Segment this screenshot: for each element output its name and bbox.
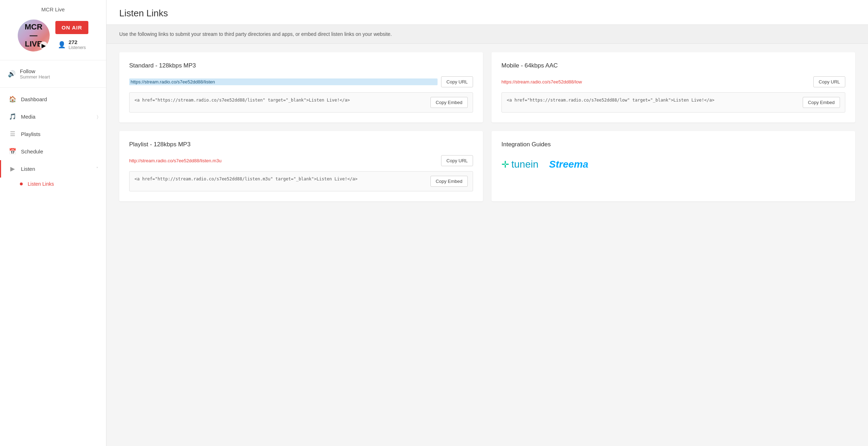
avatar[interactable]: MCR—LIVE ▶ <box>18 20 50 51</box>
copy-url-playlist[interactable]: Copy URL <box>441 155 473 166</box>
card-title-mobile: Mobile - 64kbps AAC <box>501 62 845 69</box>
copy-embed-playlist[interactable]: Copy Embed <box>430 176 468 187</box>
copy-url-mobile[interactable]: Copy URL <box>813 76 845 87</box>
sub-label-listen-links: Listen Links <box>28 181 54 187</box>
streema-text: Streema <box>549 159 588 170</box>
main-nav: 🏠 Dashboard 🎵 Media 〉 ☰ Playlists 📅 Sche… <box>0 91 106 190</box>
card-playlist-mp3: Playlist - 128kbps MP3 http://stream.rad… <box>119 131 483 201</box>
card-title-standard: Standard - 128kbps MP3 <box>129 62 473 69</box>
follow-icon: 🔊 <box>8 70 16 78</box>
follow-sub: Summer Heart <box>20 74 50 80</box>
url-standard[interactable]: https://stream.radio.co/s7ee52dd88/liste… <box>129 78 438 85</box>
sidebar-follow[interactable]: 🔊 Follow Summer Heart <box>0 63 106 85</box>
listeners-count: 272 <box>68 39 86 45</box>
nav-label-listen: Listen <box>21 166 35 172</box>
nav-label-media: Media <box>21 114 35 120</box>
url-row-mobile: https://stream.radio.co/s7ee52dd88/low C… <box>501 76 845 87</box>
info-text: Use the following links to submit your s… <box>119 31 392 37</box>
nav-item-dashboard[interactable]: 🏠 Dashboard <box>0 91 106 108</box>
copy-url-standard[interactable]: Copy URL <box>441 76 473 87</box>
listen-icon: ▶ <box>9 165 16 173</box>
tunein-logo[interactable]: ✛ tunein <box>501 159 538 170</box>
main-content: Listen Links Use the following links to … <box>106 0 868 446</box>
home-icon: 🏠 <box>9 96 16 103</box>
embed-box-playlist: <a href="http://stream.radio.co/s7ee52dd… <box>129 171 473 191</box>
page-header: Listen Links <box>106 0 868 25</box>
url-playlist[interactable]: http://stream.radio.co/s7ee52dd88/listen… <box>129 158 438 163</box>
info-banner: Use the following links to submit your s… <box>106 25 868 44</box>
schedule-icon: 📅 <box>9 148 16 155</box>
embed-code-standard: <a href="https://stream.radio.co/s7ee52d… <box>134 97 427 103</box>
nav-item-playlists[interactable]: ☰ Playlists <box>0 125 106 143</box>
play-overlay[interactable]: ▶ <box>40 42 48 49</box>
listen-arrow: ˅ <box>96 167 98 172</box>
listeners-label: Listeners <box>68 45 86 50</box>
card-title-integration: Integration Guides <box>501 141 845 148</box>
music-icon: 🎵 <box>9 113 16 120</box>
on-air-button[interactable]: ON AIR <box>55 21 89 34</box>
active-dot <box>20 183 23 185</box>
avatar-area: MCR—LIVE ▶ ON AIR 👤 272 Listeners <box>0 16 106 57</box>
nav-item-listen[interactable]: ▶ Listen ˅ <box>0 160 106 178</box>
url-mobile[interactable]: https://stream.radio.co/s7ee52dd88/low <box>501 79 810 85</box>
page-title: Listen Links <box>119 8 855 19</box>
url-row-standard: https://stream.radio.co/s7ee52dd88/liste… <box>129 76 473 87</box>
nav-label-schedule: Schedule <box>21 148 43 154</box>
card-integration-guides: Integration Guides ✛ tunein Streema <box>491 131 855 201</box>
cards-grid: Standard - 128kbps MP3 https://stream.ra… <box>106 44 868 210</box>
sidebar: MCR Live MCR—LIVE ▶ ON AIR 👤 272 Listene… <box>0 0 106 446</box>
streema-logo[interactable]: Streema <box>549 159 588 170</box>
copy-embed-standard[interactable]: Copy Embed <box>430 97 468 108</box>
nav-item-schedule[interactable]: 📅 Schedule <box>0 143 106 160</box>
listener-icon: 👤 <box>58 41 66 49</box>
tunein-icon: ✛ <box>501 159 509 170</box>
nav-label-playlists: Playlists <box>21 131 40 137</box>
card-standard-mp3: Standard - 128kbps MP3 https://stream.ra… <box>119 52 483 123</box>
card-mobile-aac: Mobile - 64kbps AAC https://stream.radio… <box>491 52 855 123</box>
station-name: MCR Live <box>0 0 106 16</box>
url-row-playlist: http://stream.radio.co/s7ee52dd88/listen… <box>129 155 473 166</box>
follow-label: Follow <box>20 68 50 74</box>
embed-box-mobile: <a href="https://stream.radio.co/s7ee52d… <box>501 92 845 113</box>
integration-logos: ✛ tunein Streema <box>501 155 845 170</box>
nav-item-media[interactable]: 🎵 Media 〉 <box>0 108 106 125</box>
copy-embed-mobile[interactable]: Copy Embed <box>803 97 840 108</box>
playlists-icon: ☰ <box>9 130 16 138</box>
listeners-area: 👤 272 Listeners <box>58 39 86 50</box>
nav-label-dashboard: Dashboard <box>21 96 47 102</box>
card-title-playlist: Playlist - 128kbps MP3 <box>129 141 473 148</box>
divider-1 <box>0 60 106 60</box>
nav-sub-listen-links[interactable]: Listen Links <box>0 178 106 190</box>
embed-code-playlist: <a href="http://stream.radio.co/s7ee52dd… <box>134 176 427 182</box>
embed-box-standard: <a href="https://stream.radio.co/s7ee52d… <box>129 92 473 113</box>
divider-2 <box>0 87 106 88</box>
media-arrow: 〉 <box>97 114 98 119</box>
embed-code-mobile: <a href="https://stream.radio.co/s7ee52d… <box>507 97 799 103</box>
tunein-text: tunein <box>511 159 538 170</box>
